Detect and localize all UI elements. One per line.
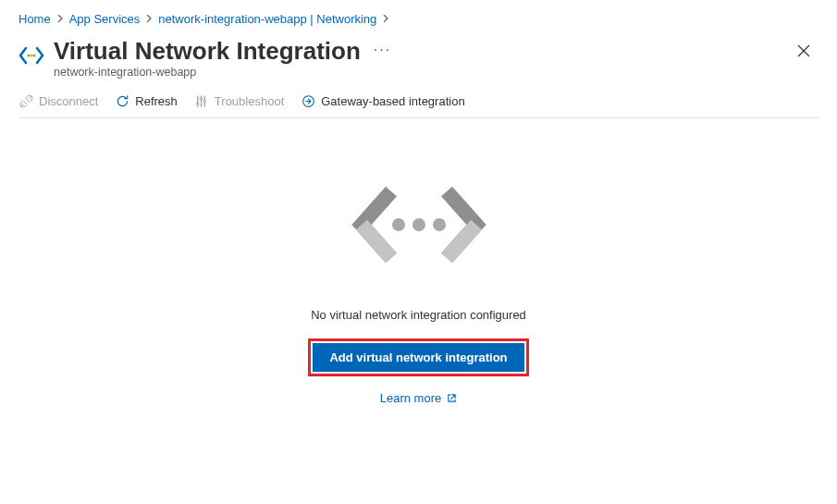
page-subtitle: network-integration-webapp	[54, 66, 789, 79]
chevron-right-icon	[145, 13, 153, 24]
svg-point-3	[197, 102, 200, 104]
add-button-highlight: Add virtual network integration	[308, 338, 528, 376]
troubleshoot-label: Troubleshoot	[215, 94, 284, 108]
breadcrumb-app-services[interactable]: App Services	[69, 12, 141, 26]
gateway-integration-label: Gateway-based integration	[321, 94, 464, 108]
svg-point-5	[203, 100, 206, 103]
close-button[interactable]	[789, 37, 819, 67]
disconnect-button: Disconnect	[18, 93, 98, 108]
disconnect-label: Disconnect	[39, 94, 98, 108]
learn-more-label: Learn more	[380, 391, 441, 405]
empty-state: No virtual network integration configure…	[18, 118, 819, 405]
refresh-icon	[115, 93, 129, 108]
page-header: Virtual Network Integration ··· network-…	[18, 30, 819, 84]
svg-point-4	[200, 97, 203, 100]
troubleshoot-button: Troubleshoot	[194, 93, 284, 108]
refresh-button[interactable]: Refresh	[115, 93, 178, 108]
refresh-label: Refresh	[135, 94, 178, 108]
gateway-integration-button[interactable]: Gateway-based integration	[301, 93, 464, 108]
add-vnet-integration-button[interactable]: Add virtual network integration	[313, 343, 523, 372]
toolbar: Disconnect Refresh Troubleshoot Gateway-…	[18, 86, 819, 118]
close-icon	[797, 44, 810, 60]
svg-point-0	[27, 54, 30, 56]
empty-message: No virtual network integration configure…	[311, 308, 526, 322]
svg-point-9	[433, 218, 446, 231]
page-title: Virtual Network Integration	[54, 37, 361, 66]
svg-point-7	[392, 218, 405, 231]
breadcrumb-home[interactable]: Home	[18, 12, 51, 26]
learn-more-link[interactable]: Learn more	[380, 391, 457, 405]
troubleshoot-icon	[194, 93, 209, 108]
disconnect-icon	[18, 93, 33, 108]
svg-point-8	[412, 218, 425, 231]
chevron-right-icon	[382, 13, 389, 24]
svg-point-1	[30, 54, 32, 56]
external-link-icon	[447, 393, 457, 403]
more-actions-button[interactable]: ···	[374, 43, 391, 61]
vnet-integration-icon	[18, 43, 44, 68]
svg-point-2	[32, 54, 35, 56]
chevron-right-icon	[56, 13, 64, 24]
breadcrumb: Home App Services network-integration-we…	[18, 7, 819, 30]
arrow-right-circle-icon	[301, 93, 315, 108]
breadcrumb-networking[interactable]: network-integration-webapp | Networking	[158, 12, 376, 26]
vnet-large-icon	[345, 169, 493, 280]
